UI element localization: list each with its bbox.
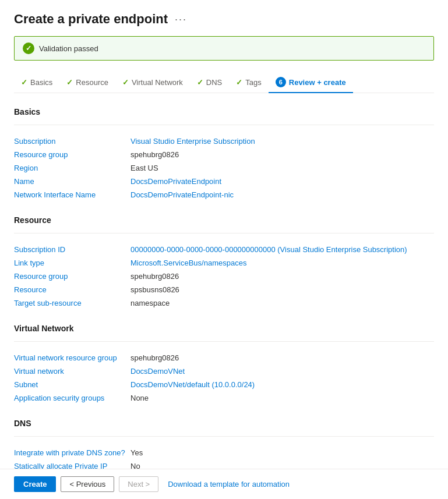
tab-dns-label: DNS [206, 78, 222, 87]
label-subnet: Subnet [14, 380, 130, 389]
tab-tags-label: Tags [245, 78, 261, 87]
label-target-sub-resource: Target sub-resource [14, 299, 130, 307]
label-nic-name: Network Interface Name [14, 190, 130, 199]
value-region: East US [130, 164, 434, 172]
tab-review-badge: 6 [276, 77, 286, 87]
more-options-icon[interactable]: ··· [175, 13, 187, 26]
dns-divider [14, 436, 434, 437]
field-region: Region East US [14, 161, 434, 175]
tab-resource-check: ✓ [66, 78, 73, 87]
tab-resource-label: Resource [76, 78, 108, 87]
tab-resource[interactable]: ✓ Resource [59, 73, 115, 93]
field-resource-rg: Resource group spehubrg0826 [14, 270, 434, 283]
value-vnet: DocsDemoVNet [130, 367, 434, 376]
field-resource: Resource spsbusns0826 [14, 283, 434, 296]
validation-banner: Validation passed [14, 36, 434, 61]
field-link-type: Link type Microsoft.ServiceBus/namespace… [14, 256, 434, 270]
label-vnet: Virtual network [14, 367, 130, 376]
field-name: Name DocsDemoPrivateEndpoint [14, 175, 434, 188]
page-title: Create a private endpoint [14, 12, 168, 27]
label-region: Region [14, 164, 130, 172]
vnet-divider [14, 341, 434, 342]
value-resource-rg: spehubrg0826 [130, 272, 434, 281]
resource-section: Resource Subscription ID 00000000-0000-0… [14, 215, 434, 310]
label-resource-rg: Resource group [14, 272, 130, 281]
tab-vnet-label: Virtual Network [132, 78, 183, 87]
tab-tags[interactable]: ✓ Tags [229, 73, 268, 93]
label-link-type: Link type [14, 259, 130, 267]
field-target-sub-resource: Target sub-resource namespace [14, 296, 434, 310]
field-subscription-id: Subscription ID 00000000-0000-0000-0000-… [14, 243, 434, 256]
tab-review-create[interactable]: 6 Review + create [269, 72, 353, 93]
field-dns-zone: Integrate with private DNS zone? Yes [14, 446, 434, 459]
tab-virtual-network[interactable]: ✓ Virtual Network [115, 73, 190, 93]
label-name: Name [14, 177, 130, 186]
tab-vnet-check: ✓ [122, 78, 129, 87]
tab-basics-label: Basics [30, 78, 52, 87]
tab-tags-check: ✓ [236, 78, 242, 87]
create-button[interactable]: Create [14, 476, 56, 492]
label-subscription: Subscription [14, 137, 130, 146]
value-subnet: DocsDemoVNet/default (10.0.0.0/24) [130, 380, 434, 389]
value-subscription: Visual Studio Enterprise Subscription [130, 137, 434, 146]
previous-button[interactable]: < Previous [61, 476, 114, 492]
value-resource-group: spehubrg0826 [130, 150, 434, 159]
field-vnet-rg: Virtual network resource group spehubrg0… [14, 351, 434, 364]
value-nic-name: DocsDemoPrivateEndpoint-nic [130, 190, 434, 199]
label-vnet-rg: Virtual network resource group [14, 353, 130, 362]
label-resource: Resource [14, 285, 130, 294]
label-subscription-id: Subscription ID [14, 245, 130, 254]
value-name: DocsDemoPrivateEndpoint [130, 177, 434, 186]
validation-check-icon [23, 43, 34, 54]
field-subscription: Subscription Visual Studio Enterprise Su… [14, 135, 434, 148]
dns-section-title: DNS [14, 419, 434, 430]
tab-basics-check: ✓ [21, 78, 27, 87]
download-template-link[interactable]: Download a template for automation [168, 480, 290, 489]
value-vnet-rg: spehubrg0826 [130, 353, 434, 362]
dns-section: DNS Integrate with private DNS zone? Yes… [14, 419, 434, 473]
tab-dns[interactable]: ✓ DNS [190, 73, 229, 93]
field-vnet: Virtual network DocsDemoVNet [14, 364, 434, 378]
resource-section-title: Resource [14, 215, 434, 227]
validation-text: Validation passed [39, 44, 98, 53]
value-target-sub-resource: namespace [130, 299, 434, 307]
value-dns-zone: Yes [130, 448, 434, 457]
wizard-tabs: ✓ Basics ✓ Resource ✓ Virtual Network ✓ … [14, 72, 434, 93]
label-resource-group: Resource group [14, 150, 130, 159]
basics-section-title: Basics [14, 107, 434, 119]
value-resource: spsbusns0826 [130, 285, 434, 294]
basics-section: Basics Subscription Visual Studio Enterp… [14, 107, 434, 201]
next-button[interactable]: Next > [119, 476, 158, 492]
field-subnet: Subnet DocsDemoVNet/default (10.0.0.0/24… [14, 378, 434, 391]
value-link-type: Microsoft.ServiceBus/namespaces [130, 259, 434, 267]
field-resource-group: Resource group spehubrg0826 [14, 148, 434, 161]
label-dns-zone: Integrate with private DNS zone? [14, 448, 130, 457]
tab-dns-check: ✓ [197, 78, 203, 87]
field-nic-name: Network Interface Name DocsDemoPrivateEn… [14, 188, 434, 201]
tab-review-label: Review + create [289, 78, 346, 87]
tab-basics[interactable]: ✓ Basics [14, 73, 59, 93]
field-asg: Application security groups None [14, 391, 434, 405]
value-asg: None [130, 394, 434, 402]
value-subscription-id: 00000000-0000-0000-0000-000000000000 (Vi… [130, 245, 434, 254]
virtual-network-section: Virtual Network Virtual network resource… [14, 324, 434, 405]
footer: Create < Previous Next > Download a temp… [0, 469, 448, 499]
basics-divider [14, 125, 434, 125]
vnet-section-title: Virtual Network [14, 324, 434, 335]
label-asg: Application security groups [14, 394, 130, 402]
resource-divider [14, 233, 434, 233]
